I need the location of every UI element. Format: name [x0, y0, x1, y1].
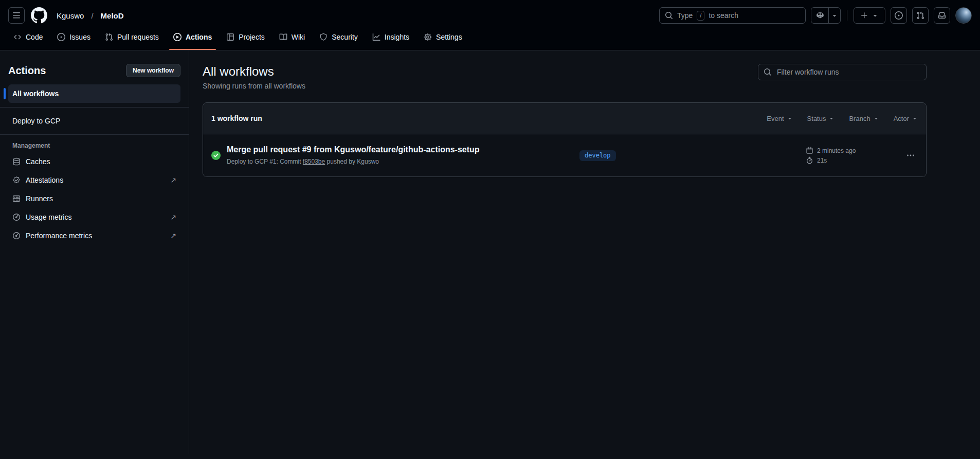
new-workflow-button[interactable]: New workflow [126, 64, 180, 77]
tab-code[interactable]: Code [8, 26, 48, 50]
code-icon [13, 33, 22, 41]
tab-projects[interactable]: Projects [221, 26, 270, 50]
search-placeholder-suffix: to search [709, 11, 738, 20]
calendar-icon [806, 147, 813, 154]
avatar[interactable] [955, 7, 972, 24]
search-placeholder-prefix: Type [677, 11, 693, 20]
app-header: Kguswo / MeloD Type / to search [0, 0, 980, 50]
book-icon [279, 33, 287, 41]
meter-icon [12, 232, 21, 240]
run-description-suffix: pushed by Kguswo [325, 158, 379, 165]
filter-label: Actor [894, 115, 909, 122]
workflow-runs-panel: 1 workflow run Event Status Branch [203, 102, 927, 177]
inbox-icon [938, 11, 946, 20]
global-search-input[interactable]: Type / to search [659, 7, 806, 24]
page-heading-block: All workflows Showing runs from all work… [203, 64, 305, 90]
page-title: All workflows [203, 64, 305, 79]
branch-badge[interactable]: develop [579, 150, 616, 161]
tab-wiki[interactable]: Wiki [274, 26, 310, 50]
chevron-down-icon [872, 12, 879, 19]
workflow-run-count: 1 workflow run [211, 114, 262, 122]
external-link-arrow-icon: ↗ [170, 214, 176, 221]
main-header: All workflows Showing runs from all work… [203, 64, 927, 90]
github-logo[interactable] [29, 5, 49, 26]
tab-security[interactable]: Security [314, 26, 363, 50]
sidebar-item-label: Performance metrics [26, 231, 92, 241]
copilot-menu-caret[interactable] [828, 8, 840, 23]
triangle-down-icon [787, 115, 793, 121]
shield-icon [319, 33, 328, 41]
filter-label: Event [767, 115, 784, 122]
github-mark-icon [31, 7, 47, 24]
sidebar-item-label: Runners [26, 193, 53, 204]
issue-opened-icon [57, 33, 65, 41]
tab-label: Issues [69, 33, 90, 41]
actor-filter-dropdown[interactable]: Actor [894, 115, 918, 122]
repo-nav: Code Issues Pull requests Actions Projec… [8, 26, 972, 50]
sidebar-header: Actions New workflow [8, 64, 180, 77]
tab-label: Insights [385, 33, 409, 41]
sidebar-item-attestations[interactable]: Attestations ↗ [8, 171, 180, 189]
sidebar-item-deploy-to-gcp[interactable]: Deploy to GCP [8, 112, 180, 130]
management-section-title: Management [8, 139, 180, 152]
triangle-down-icon [912, 115, 918, 121]
plus-icon [860, 11, 868, 20]
verified-badge-icon [12, 176, 21, 184]
search-icon [665, 11, 673, 20]
global-bar: Kguswo / MeloD Type / to search [8, 0, 972, 24]
sidebar-item-label: All workflows [12, 89, 59, 99]
your-issues-button[interactable] [891, 7, 907, 24]
sidebar-divider [0, 107, 189, 108]
commit-link[interactable]: f8503be [303, 158, 325, 165]
chevron-down-icon [831, 12, 838, 19]
runs-panel-header: 1 workflow run Event Status Branch [203, 103, 926, 134]
copilot-button[interactable] [811, 8, 828, 23]
meter-icon [12, 213, 21, 221]
tab-settings[interactable]: Settings [419, 26, 467, 50]
tab-label: Settings [436, 33, 462, 41]
status-filter-dropdown[interactable]: Status [807, 115, 835, 122]
hamburger-icon [12, 11, 21, 20]
run-title-link[interactable]: Merge pull request #9 from Kguswo/featur… [227, 145, 480, 155]
sidebar-item-label: Deploy to GCP [12, 116, 60, 126]
event-filter-dropdown[interactable]: Event [767, 115, 792, 122]
tab-pull-requests[interactable]: Pull requests [100, 26, 164, 50]
breadcrumb-owner[interactable]: Kguswo [53, 9, 87, 22]
triangle-down-icon [873, 115, 879, 121]
hamburger-menu-button[interactable] [8, 7, 25, 24]
sidebar-item-runners[interactable]: Runners [8, 189, 180, 208]
sidebar-item-usage-metrics[interactable]: Usage metrics ↗ [8, 208, 180, 226]
tab-label: Security [332, 33, 358, 41]
page-subtitle: Showing runs from all workflows [203, 82, 305, 90]
external-link-arrow-icon: ↗ [170, 232, 176, 239]
run-time: 2 minutes ago [806, 147, 903, 154]
gear-icon [424, 33, 432, 41]
table-icon [226, 33, 234, 41]
your-pull-requests-button[interactable] [912, 7, 929, 24]
external-link-arrow-icon: ↗ [170, 176, 176, 184]
sidebar-item-all-workflows[interactable]: All workflows [8, 84, 180, 103]
sidebar-item-performance-metrics[interactable]: Performance metrics ↗ [8, 226, 180, 245]
breadcrumb-separator: / [91, 11, 93, 20]
branch-filter-dropdown[interactable]: Branch [849, 115, 879, 122]
tab-actions[interactable]: Actions [168, 26, 217, 50]
workflow-list: All workflows Deploy to GCP [8, 84, 180, 135]
search-icon [764, 68, 772, 76]
filter-workflow-runs-input[interactable] [776, 67, 921, 77]
inbox-button[interactable] [934, 7, 950, 24]
tab-insights[interactable]: Insights [367, 26, 414, 50]
play-icon [173, 33, 182, 41]
tab-issues[interactable]: Issues [52, 26, 95, 50]
sidebar-item-caches[interactable]: Caches [8, 152, 180, 171]
run-duration: 21s [806, 156, 903, 164]
run-description-prefix: Deploy to GCP #1: Commit [227, 158, 303, 165]
create-new-button[interactable] [854, 7, 885, 24]
run-description: Deploy to GCP #1: Commit f8503be pushed … [227, 157, 579, 166]
tab-label: Projects [239, 33, 265, 41]
run-options-kebab-button[interactable] [903, 148, 918, 163]
workflow-run-row: Merge pull request #9 from Kguswo/featur… [203, 134, 926, 176]
cache-database-icon [12, 157, 21, 166]
breadcrumb-repo[interactable]: MeloD [98, 9, 127, 22]
run-time-label: 2 minutes ago [817, 147, 856, 154]
filter-label: Branch [849, 115, 870, 122]
